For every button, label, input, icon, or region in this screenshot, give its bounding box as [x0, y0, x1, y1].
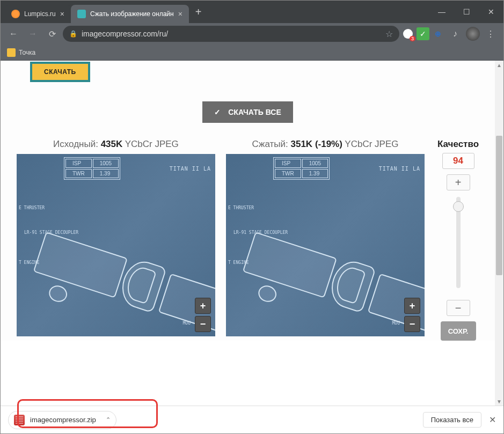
compare-area: Исходный: 435K YCbCr JPEG ISP1005TWR1.39… [1, 139, 495, 341]
folder-icon [7, 48, 16, 57]
close-icon[interactable]: × [60, 10, 64, 18]
slider-thumb[interactable] [453, 201, 464, 212]
close-window-button[interactable]: ✕ [479, 1, 503, 23]
quality-slider[interactable] [456, 197, 461, 288]
original-label: Исходный: 435K YCbCr JPEG [17, 139, 215, 150]
quality-value[interactable]: 94 [442, 153, 474, 169]
vertical-scrollbar[interactable]: ▲ ▼ [495, 61, 503, 406]
viewport: СКАЧАТЬ ✓ СКАЧАТЬ ВСЕ Исходный: 435K Y [1, 61, 503, 406]
close-icon[interactable]: × [178, 10, 182, 18]
extension-globe-icon[interactable]: ⊕ [432, 27, 444, 40]
download-all-label: СКАЧАТЬ ВСЕ [228, 108, 281, 116]
bookmark-item[interactable]: Точка [7, 48, 35, 57]
download-chip[interactable]: imagecompressor.zip ⌃ [8, 411, 116, 429]
profile-avatar[interactable] [466, 27, 480, 41]
original-column: Исходный: 435K YCbCr JPEG ISP1005TWR1.39… [17, 139, 215, 341]
blueprint-image: ISP1005TWR1.39 TITAN II LA E THRUSTER LR… [17, 154, 215, 336]
download-button[interactable]: СКАЧАТЬ [32, 64, 88, 80]
tab-strip: Lumpics.ru × Сжать изображение онлайн × … [1, 1, 429, 23]
titlebar: Lumpics.ru × Сжать изображение онлайн × … [1, 1, 503, 23]
forward-button[interactable]: → [24, 25, 41, 42]
toolbar: ← → ⟳ 🔒 ☆ ✓ ⊕ ♪ ⋮ [1, 23, 503, 45]
blueprint-image: ISP1005TWR1.39 TITAN II LA E THRUSTER LR… [226, 154, 425, 336]
zip-file-icon [14, 415, 25, 425]
zoom-out-button[interactable]: − [195, 316, 211, 332]
check-icon: ✓ [214, 108, 221, 116]
scrollbar-thumb[interactable] [496, 136, 502, 275]
zoom-in-button[interactable]: + [195, 298, 211, 314]
compressed-column: Сжатый: 351K (-19%) YCbCr JPEG ISP1005TW… [226, 139, 425, 341]
zoom-out-button[interactable]: − [404, 316, 420, 332]
lock-icon: 🔒 [69, 30, 77, 38]
quality-panel: Качество 94 + − СОХР. [437, 139, 479, 341]
extension-check-icon[interactable]: ✓ [417, 27, 429, 40]
compressed-preview[interactable]: ISP1005TWR1.39 TITAN II LA E THRUSTER LR… [226, 154, 425, 336]
zoom-in-button[interactable]: + [404, 298, 420, 314]
back-button[interactable]: ← [5, 25, 22, 42]
download-all-button[interactable]: ✓ СКАЧАТЬ ВСЕ [202, 101, 293, 123]
tab-title: Lumpics.ru [24, 10, 56, 18]
quality-plus-button[interactable]: + [447, 174, 470, 190]
media-control-icon[interactable]: ♪ [447, 25, 464, 42]
favicon-icon [11, 10, 20, 18]
extension-adblock-icon[interactable] [401, 27, 414, 40]
url-input[interactable] [82, 30, 381, 38]
show-all-downloads-button[interactable]: Показать все [423, 412, 481, 428]
compressed-label: Сжатый: 351K (-19%) YCbCr JPEG [226, 139, 425, 150]
quality-minus-button[interactable]: − [447, 300, 470, 316]
scroll-down-icon[interactable]: ▼ [495, 397, 503, 406]
favicon-icon [77, 10, 86, 18]
menu-button[interactable]: ⋮ [482, 25, 499, 42]
chevron-up-icon[interactable]: ⌃ [106, 416, 111, 423]
bookmark-star-icon[interactable]: ☆ [385, 29, 393, 39]
download-button-frame: СКАЧАТЬ [30, 62, 90, 82]
minimize-button[interactable]: — [429, 1, 454, 23]
tab-title: Сжать изображение онлайн [90, 10, 174, 18]
original-preview[interactable]: ISP1005TWR1.39 TITAN II LA E THRUSTER LR… [17, 154, 215, 336]
close-shelf-button[interactable]: ✕ [489, 415, 496, 425]
bookmarks-bar: Точка [1, 45, 503, 61]
save-button[interactable]: СОХР. [441, 321, 476, 341]
address-bar[interactable]: 🔒 ☆ [63, 26, 399, 42]
tab-lumpics[interactable]: Lumpics.ru × [5, 5, 71, 23]
tab-imagecompressor[interactable]: Сжать изображение онлайн × [71, 5, 189, 23]
bookmark-label: Точка [19, 49, 35, 56]
window-controls: — ☐ ✕ [429, 1, 503, 23]
downloads-shelf: imagecompressor.zip ⌃ Показать все ✕ [1, 406, 503, 433]
reload-button[interactable]: ⟳ [43, 25, 61, 42]
download-filename: imagecompressor.zip [30, 416, 96, 424]
maximize-button[interactable]: ☐ [454, 1, 479, 23]
scroll-up-icon[interactable]: ▲ [495, 61, 503, 69]
new-tab-button[interactable]: + [189, 6, 208, 18]
quality-title: Качество [437, 139, 479, 150]
